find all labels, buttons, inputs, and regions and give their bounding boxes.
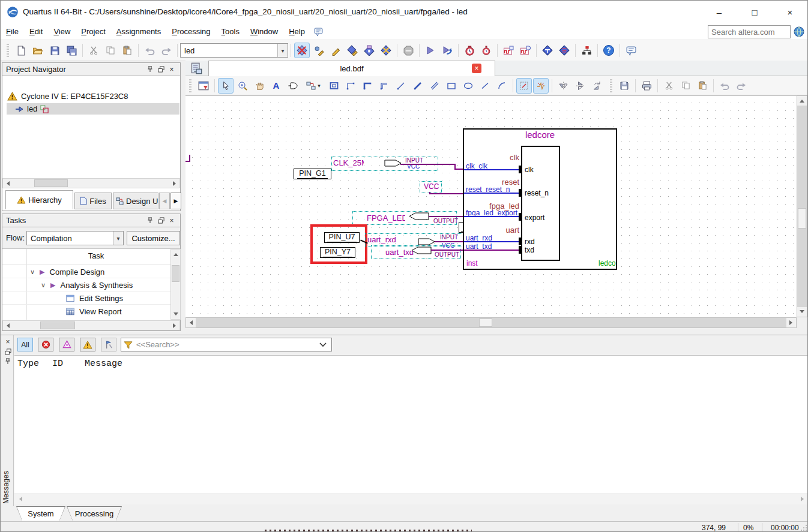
resize-grip[interactable]: [800, 524, 807, 531]
pin-name-uart-txd[interactable]: uart_txd: [385, 248, 414, 257]
scroll-left-icon[interactable]: [3, 321, 13, 330]
search-altera-input[interactable]: [708, 25, 791, 38]
undo-button[interactable]: [717, 78, 732, 94]
wire-fpga-led[interactable]: [429, 216, 464, 217]
selection-tool[interactable]: [218, 78, 234, 94]
output-pin-symbol[interactable]: [409, 212, 429, 220]
wire-uart-txd[interactable]: [431, 250, 464, 251]
pin-location-box-y7[interactable]: PIN_Y7: [320, 247, 355, 258]
tab-files[interactable]: Files: [74, 193, 112, 209]
close-button[interactable]: ×: [778, 4, 802, 20]
input-pin-symbol[interactable]: [418, 238, 435, 245]
canvas-hscrollbar[interactable]: [185, 317, 797, 328]
flow-combobox-arrow-icon[interactable]: ▾: [113, 232, 123, 245]
timequest-analyzer-button[interactable]: [462, 43, 477, 58]
netlist-viewer-button[interactable]: [501, 43, 516, 58]
pin-name-uart-rxd[interactable]: uart_rxd: [367, 235, 396, 244]
wire-clk[interactable]: [400, 164, 456, 165]
tab-processing[interactable]: Processing: [67, 506, 122, 521]
tree-item-device[interactable]: Cyclone IV E: EP4CE15F23C8: [7, 92, 128, 101]
menu-help[interactable]: Help: [283, 25, 310, 38]
document-window-button[interactable]: [196, 78, 211, 94]
toolbar-grip[interactable]: [7, 44, 9, 57]
message-search-combobox[interactable]: <<Search>>: [121, 338, 332, 351]
output-pin-symbol[interactable]: [411, 247, 432, 254]
print-button[interactable]: [639, 78, 654, 94]
float-icon[interactable]: [156, 65, 166, 74]
tabs-prev-button[interactable]: ◀: [159, 193, 170, 209]
tab-system[interactable]: System: [16, 506, 65, 521]
task-row-compile-design[interactable]: ∨ ▶ Compile Design: [2, 266, 170, 278]
orthogonal-conduit-tool[interactable]: [376, 78, 392, 94]
start-analysis-synthesis-button[interactable]: [361, 43, 377, 58]
close-panel-icon[interactable]: ×: [3, 337, 13, 347]
float-icon[interactable]: [3, 347, 13, 356]
orthogonal-bus-tool[interactable]: [360, 78, 375, 94]
copy-button[interactable]: [103, 43, 118, 58]
minimize-button[interactable]: –: [707, 4, 731, 20]
filter-flag-button[interactable]: [101, 338, 116, 351]
text-tool[interactable]: A: [268, 78, 284, 94]
redo-button[interactable]: [158, 43, 174, 58]
menu-processing[interactable]: Processing: [166, 25, 216, 38]
task-row-analysis-synthesis[interactable]: ∨ ▶ Analysis & Synthesis: [2, 279, 170, 291]
diagonal-bus-tool[interactable]: [410, 78, 426, 94]
globe-icon[interactable]: [794, 26, 804, 37]
maximize-button[interactable]: □: [743, 4, 767, 20]
rectangle-tool[interactable]: [444, 78, 459, 94]
block-wire-reset[interactable]: [464, 193, 521, 194]
tabs-next-button[interactable]: ▶: [170, 193, 181, 209]
open-file-button[interactable]: [30, 43, 46, 58]
pin-planner-button[interactable]: [328, 43, 343, 58]
technology-map-viewer-button[interactable]: [517, 43, 533, 58]
tab-design-units[interactable]: Design Units: [113, 193, 158, 209]
filter-critical-warnings-button[interactable]: [59, 338, 74, 351]
zoom-tool[interactable]: [235, 78, 250, 94]
block-wire-rxd[interactable]: [464, 241, 521, 242]
pin-location-box-u7[interactable]: PIN_U7: [324, 232, 360, 243]
bdf-document-icon[interactable]: [190, 62, 202, 74]
run-button[interactable]: [423, 43, 438, 58]
menu-project[interactable]: Project: [76, 25, 110, 38]
diagonal-conduit-tool[interactable]: [427, 78, 442, 94]
canvas-vscrollbar[interactable]: [797, 95, 807, 317]
run-rtl-simulation-button[interactable]: [439, 43, 455, 58]
save-button[interactable]: [617, 78, 632, 94]
scroll-up-icon[interactable]: [797, 96, 807, 106]
scroll-right-icon[interactable]: [798, 494, 807, 504]
entity-combobox-arrow-icon[interactable]: ▾: [277, 44, 288, 57]
scroll-up-icon[interactable]: [171, 250, 180, 259]
diagonal-node-tool[interactable]: [393, 78, 409, 94]
pin-name-clk25m[interactable]: CLK_25M: [333, 158, 364, 167]
scroll-down-icon[interactable]: [797, 307, 807, 317]
copy-button[interactable]: [678, 78, 693, 94]
assignment-editor-button[interactable]: [311, 43, 327, 58]
block-wire-clk[interactable]: [464, 169, 521, 170]
tasks-hscrollbar[interactable]: [2, 320, 180, 330]
start-assembler-button[interactable]: [378, 43, 394, 58]
tab-hierarchy[interactable]: Hierarchy: [5, 190, 73, 209]
input-pin-symbol[interactable]: [384, 160, 402, 167]
customize-button[interactable]: Customize...: [127, 231, 180, 245]
entity-combobox[interactable]: led▾: [180, 43, 288, 58]
float-icon[interactable]: [156, 216, 166, 226]
line-tool[interactable]: [477, 78, 493, 94]
scroll-down-icon[interactable]: [171, 309, 180, 319]
filter-all-button[interactable]: All: [17, 338, 33, 351]
block-wire-txd[interactable]: [464, 250, 521, 251]
pan-tool[interactable]: [252, 78, 267, 94]
vcc-symbol-label[interactable]: VCC: [424, 182, 441, 191]
start-compilation-button[interactable]: [345, 43, 360, 58]
collapse-chevron-icon[interactable]: ∨: [30, 268, 35, 276]
rubberbanding-toggle[interactable]: [516, 78, 532, 94]
menu-edit[interactable]: Edit: [24, 25, 48, 38]
new-file-button[interactable]: [13, 43, 29, 58]
column-header-message[interactable]: Message: [85, 359, 122, 369]
pin-tool[interactable]: [285, 78, 301, 94]
task-column-header[interactable]: Task: [27, 251, 165, 260]
scroll-left-icon[interactable]: [3, 179, 13, 188]
stop-processing-button[interactable]: [400, 43, 416, 58]
menu-view[interactable]: View: [48, 25, 76, 38]
close-panel-icon[interactable]: ×: [167, 65, 176, 74]
schematic-canvas[interactable]: CLK_25M INPUT VCC PIN_G1 VCC FPGA_LED0 O…: [185, 95, 797, 317]
